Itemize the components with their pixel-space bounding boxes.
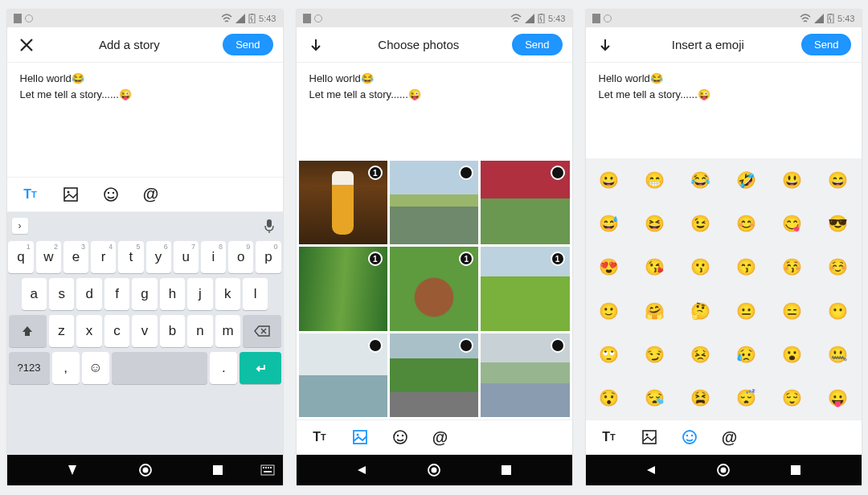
photo-thumb-rock[interactable]: 1 [390, 247, 478, 330]
emoji-cell[interactable]: 😋 [769, 202, 815, 245]
nav-home-button[interactable] [427, 463, 441, 477]
mic-button[interactable] [264, 219, 275, 236]
send-button[interactable]: Send [801, 34, 851, 55]
send-button[interactable]: Send [512, 34, 562, 55]
mention-mode-button[interactable]: @ [721, 428, 739, 446]
key-x[interactable]: x [76, 315, 102, 347]
mention-mode-button[interactable]: @ [142, 186, 160, 203]
emoji-cell[interactable]: 😄 [815, 158, 861, 202]
key-j[interactable]: j [187, 278, 212, 310]
key-enter[interactable] [240, 352, 280, 384]
nav-recent-button[interactable] [501, 464, 512, 476]
key-g[interactable]: g [132, 278, 157, 310]
photo-thumb-field[interactable]: 1 [481, 247, 569, 330]
emoji-cell[interactable]: 🤔 [678, 289, 723, 333]
text-mode-button[interactable]: TT [600, 428, 618, 446]
text-mode-button[interactable]: TT [311, 428, 329, 446]
emoji-cell[interactable]: 🤗 [632, 289, 678, 333]
emoji-cell[interactable]: 😗 [678, 245, 723, 288]
close-button[interactable] [17, 35, 36, 55]
photo-thumb-bamboo[interactable]: 1 [299, 247, 387, 330]
key-q[interactable]: q1 [8, 241, 33, 273]
key-a[interactable]: a [22, 278, 47, 310]
emoji-cell[interactable]: 😀 [586, 158, 632, 202]
key-b[interactable]: b [160, 315, 186, 347]
emoji-cell[interactable]: 😎 [815, 202, 861, 245]
key-n[interactable]: n [187, 315, 213, 347]
emoji-cell[interactable]: 😂 [678, 158, 723, 202]
send-button[interactable]: Send [223, 34, 272, 55]
emoji-cell[interactable]: 😊 [723, 202, 769, 245]
emoji-cell[interactable]: 😌 [769, 376, 815, 419]
emoji-cell[interactable]: 🙄 [586, 333, 632, 376]
key-m[interactable]: m [215, 315, 241, 347]
emoji-cell[interactable]: 😑 [769, 289, 815, 333]
nav-keyboard-icon[interactable] [260, 464, 275, 476]
key-d[interactable]: d [76, 278, 101, 310]
emoji-cell[interactable]: 😮 [769, 333, 815, 376]
emoji-cell[interactable]: 😴 [723, 376, 769, 419]
key-v[interactable]: v [132, 315, 158, 347]
key-s[interactable]: s [49, 278, 74, 310]
collapse-button[interactable] [596, 35, 615, 55]
key-i[interactable]: i8 [201, 241, 226, 273]
emoji-mode-button[interactable] [391, 428, 409, 446]
key-l[interactable]: l [243, 278, 268, 310]
text-mode-button[interactable]: TT [22, 186, 39, 203]
emoji-cell[interactable]: 😙 [723, 245, 769, 288]
emoji-cell[interactable]: ☺️ [815, 245, 861, 288]
photo-thumb-flowers[interactable] [481, 161, 569, 244]
key-o[interactable]: o9 [228, 241, 253, 273]
nav-home-button[interactable] [138, 463, 153, 477]
emoji-cell[interactable]: 😘 [632, 245, 678, 288]
key-w[interactable]: w2 [36, 241, 61, 273]
emoji-cell[interactable]: 😉 [678, 202, 723, 245]
key-emoji[interactable]: ☺ [82, 352, 109, 384]
key-comma[interactable]: , [52, 352, 80, 384]
photo-thumb-road[interactable] [390, 333, 478, 417]
key-f[interactable]: f [104, 278, 129, 310]
emoji-cell[interactable]: 😆 [632, 202, 678, 245]
emoji-cell[interactable]: 😍 [586, 245, 632, 288]
collapse-button[interactable] [306, 35, 326, 55]
key-c[interactable]: c [104, 315, 130, 347]
emoji-cell[interactable]: 😏 [632, 333, 678, 376]
photo-mode-button[interactable] [351, 428, 369, 446]
photo-thumb-greenhouse[interactable] [481, 333, 569, 417]
emoji-cell[interactable]: 🤣 [723, 158, 769, 202]
mention-mode-button[interactable]: @ [432, 428, 449, 446]
emoji-cell[interactable]: 😅 [586, 202, 632, 245]
key-p[interactable]: p0 [256, 241, 280, 273]
photo-thumb-river[interactable] [299, 333, 387, 417]
photo-mode-button[interactable] [62, 186, 80, 203]
emoji-cell[interactable]: 😃 [769, 158, 815, 202]
key-space[interactable] [112, 352, 207, 384]
story-editor[interactable]: Hello world😂 Let me tell a story......😜 [297, 63, 572, 110]
emoji-cell[interactable]: 😥 [723, 333, 769, 376]
story-editor[interactable]: Hello world😂 Let me tell a story......😜 [586, 63, 862, 110]
emoji-cell[interactable]: 😪 [632, 376, 678, 419]
nav-recent-button[interactable] [212, 464, 223, 476]
emoji-cell[interactable]: 🤐 [815, 333, 861, 376]
key-num[interactable]: ?123 [9, 352, 50, 384]
emoji-cell[interactable]: 😫 [678, 376, 723, 419]
emoji-cell[interactable]: 😁 [632, 158, 678, 202]
photo-thumb-lake[interactable] [390, 161, 478, 244]
emoji-cell[interactable]: 😚 [769, 245, 815, 288]
emoji-cell[interactable]: 😶 [815, 289, 861, 333]
photo-thumb-beer[interactable]: 1 [299, 161, 387, 244]
key-t[interactable]: t5 [118, 241, 143, 273]
key-z[interactable]: z [49, 315, 75, 347]
key-shift[interactable] [9, 315, 47, 347]
emoji-mode-button[interactable] [102, 186, 120, 203]
nav-back-button[interactable] [645, 464, 657, 476]
nav-recent-button[interactable] [790, 464, 801, 476]
emoji-cell[interactable]: 😯 [586, 376, 632, 419]
key-period[interactable]: . [210, 352, 237, 384]
emoji-cell[interactable]: 😛 [815, 376, 861, 419]
emoji-cell[interactable]: 😐 [723, 289, 769, 333]
emoji-cell[interactable]: 🙂 [586, 289, 632, 333]
emoji-mode-button[interactable] [681, 428, 698, 446]
story-editor[interactable]: Hello world😂 Let me tell a story......😜 [7, 63, 283, 110]
emoji-cell[interactable]: 😣 [678, 333, 723, 376]
